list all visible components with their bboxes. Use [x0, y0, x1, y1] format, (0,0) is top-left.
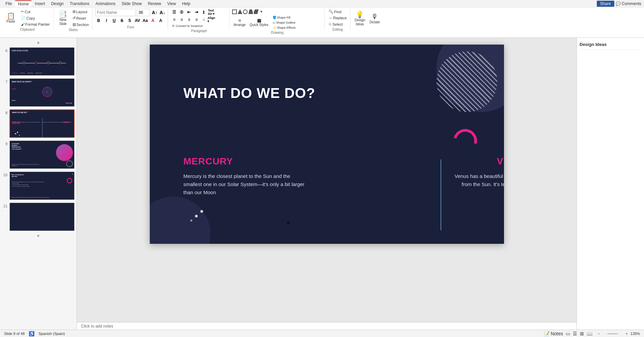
shape-fill-button[interactable]: 🪣 Shape Fill [271, 15, 297, 20]
text-direction-button[interactable]: Text Dir ▾ [208, 9, 215, 16]
decrease-indent-button[interactable]: ⇤ [186, 9, 192, 16]
slide-image-8[interactable]: WHAT DO WE DO? MERCURY VENUS Mercury is … [9, 109, 75, 138]
slide-thumb-8[interactable]: 8 WHAT DO WE DO? MERCURY VENUS Mercury i… [1, 109, 75, 138]
share-button[interactable]: Share [597, 1, 614, 7]
outline-view-button[interactable]: ☰ [573, 331, 577, 336]
font-shadow-button[interactable]: S [126, 17, 133, 24]
shape-outline-button[interactable]: ▭ Shape Outline [271, 20, 297, 25]
align-text-button[interactable]: Align ▾ [208, 16, 215, 23]
bold-button[interactable]: B [95, 17, 102, 24]
arrange-button[interactable]: ⧉ Arrange [232, 18, 247, 27]
decrease-font-button[interactable]: A↓ [159, 9, 166, 16]
increase-indent-button[interactable]: ⇥ [193, 9, 200, 16]
scroll-down-arrow[interactable]: ▼ [1, 233, 75, 239]
change-case-button[interactable]: Aa [142, 17, 148, 24]
format-painter-button[interactable]: 🖌 Format Painter [20, 22, 51, 27]
more-shapes-button[interactable]: ▾ [259, 9, 264, 15]
zoom-in-button[interactable]: + [625, 332, 627, 336]
find-button[interactable]: 🔍 Find [327, 9, 348, 15]
menu-view[interactable]: View [165, 1, 179, 7]
menu-help[interactable]: Help [179, 1, 193, 7]
venus-heading[interactable]: VENUS [453, 156, 504, 167]
quick-styles-button[interactable]: ⬛ Quick Styles [248, 18, 270, 27]
increase-font-button[interactable]: A↑ [151, 9, 158, 16]
align-right-button[interactable]: ≡ [186, 16, 192, 23]
reading-view-button[interactable]: 📖 [587, 331, 592, 336]
zoom-level[interactable]: 139% [631, 332, 640, 336]
slide-image-10[interactable]: GET TO KNOW USBETTER Do you know what he… [9, 172, 75, 200]
slide-image-6[interactable]: OUR EVOLUTION JUPITER VENUS SATURN [9, 47, 75, 76]
slide-canvas[interactable]: WHAT DO WE DO? MERCURY Mercury is the cl… [150, 45, 504, 244]
italic-button[interactable]: I [103, 17, 110, 24]
notes-view-button[interactable]: 📝 Notes [544, 331, 563, 336]
slide-thumb-9[interactable]: 9 A PICTUREALWAYSREINFORCESTHE CONCEPT D… [1, 140, 75, 170]
font-size-input[interactable] [137, 9, 150, 16]
trap-shape[interactable] [248, 9, 253, 14]
rect-shape[interactable] [232, 9, 237, 14]
bullets-button[interactable]: ☰ [171, 9, 177, 16]
new-slide-button[interactable]: 📑 New Slide [56, 10, 70, 26]
menu-file[interactable]: File [3, 1, 15, 7]
justify-button[interactable]: ≡ [193, 16, 200, 23]
menu-slideshow[interactable]: Slide Show [119, 1, 144, 7]
triangle-shape[interactable] [237, 9, 242, 14]
zoom-slider[interactable]: ──── [603, 332, 623, 336]
slide-thumb-7[interactable]: 7 WHAT SETS US APART? VENUS B MARS NEPTU… [1, 78, 75, 107]
convert-smartart-button[interactable]: ⟳ Convert to SmartArt [171, 24, 204, 28]
paste-button[interactable]: 📋 Paste [3, 12, 18, 24]
slide-image-11[interactable] [9, 203, 75, 231]
select-button[interactable]: ⊹ Select [327, 21, 348, 27]
menu-transitions[interactable]: Transitions [67, 1, 92, 7]
menu-review[interactable]: Review [145, 1, 164, 7]
menu-home[interactable]: Home [15, 0, 31, 7]
slide-thumb-6[interactable]: 6 OUR EVOLUTION JUPITER VENUS [1, 47, 75, 76]
menu-animations[interactable]: Animations [93, 1, 118, 7]
slide-thumb-10[interactable]: 10 GET TO KNOW USBETTER Do you know what… [1, 171, 75, 201]
language[interactable]: Spanish (Spain) [38, 332, 65, 336]
slide-panel[interactable]: ▲ 6 OUR EVOLUTION JUPITER [0, 38, 77, 330]
line-spacing-button[interactable]: ↕ [200, 16, 207, 23]
para-shape[interactable] [254, 9, 258, 14]
designer-panel-title: Design Ideas [580, 41, 641, 50]
section-button[interactable]: ▤ Section [71, 22, 90, 27]
strikethrough-button[interactable]: S [118, 17, 125, 24]
accessibility-icon[interactable]: ♿ [29, 331, 34, 336]
thumb9-circle [56, 144, 73, 161]
mercury-body[interactable]: Mercury is the closest planet to the Sun… [184, 172, 305, 197]
notes-placeholder[interactable]: Click to add notes [81, 324, 113, 329]
reset-button[interactable]: ↺ Reset [71, 15, 90, 21]
menu-insert[interactable]: Insert [32, 1, 48, 7]
shape-effects-button[interactable]: ✨ Shape Effects [271, 25, 297, 30]
font-name-input[interactable] [95, 9, 136, 16]
columns-button[interactable]: ⫿ [200, 9, 207, 16]
slide-image-9[interactable]: A PICTUREALWAYSREINFORCESTHE CONCEPT Des… [9, 140, 75, 169]
numbering-button[interactable]: ① [178, 9, 185, 16]
normal-view-button[interactable]: ▭ [566, 331, 570, 336]
menu-design[interactable]: Design [48, 1, 66, 7]
slide-main-title[interactable]: WHAT DO WE DO? [184, 85, 315, 101]
comments-button[interactable]: 💬 Comments [616, 1, 641, 6]
circle-shape[interactable] [243, 9, 248, 14]
layout-button[interactable]: ⊞ Layout [71, 9, 90, 15]
align-center-button[interactable]: ≡ [178, 16, 185, 23]
highlight-color-button[interactable]: A [149, 17, 156, 24]
character-spacing-button[interactable]: AV [134, 17, 141, 24]
slide-sorter-button[interactable]: ⊞ [580, 331, 584, 336]
underline-button[interactable]: U [111, 17, 117, 24]
mercury-heading[interactable]: MERCURY [184, 156, 305, 167]
font-color-button[interactable]: A [157, 17, 164, 24]
dictate-button[interactable]: 🎙 Dictate [368, 12, 382, 25]
slide-image-7[interactable]: WHAT SETS US APART? VENUS B MARS NEPTUNE [9, 78, 75, 107]
canvas-scroll[interactable]: WHAT DO WE DO? MERCURY Mercury is the cl… [77, 38, 577, 322]
design-ideas-button[interactable]: 💡 Design Ideas [353, 10, 367, 27]
cut-button[interactable]: ✂ Cut [20, 9, 51, 15]
venus-body[interactable]: Venus has a beautiful name and is the se… [453, 172, 504, 197]
zoom-out-button[interactable]: − [598, 332, 600, 336]
replace-button[interactable]: ↔ Replace [327, 15, 348, 21]
notes-bar[interactable]: Click to add notes [77, 322, 577, 330]
copy-button[interactable]: 📄 Copy [20, 15, 51, 21]
align-left-button[interactable]: ≡ [171, 16, 177, 23]
thumb10-close[interactable]: × [72, 173, 74, 176]
slide-thumb-11[interactable]: 11 [1, 202, 75, 232]
scroll-up-arrow[interactable]: ▲ [1, 39, 75, 45]
